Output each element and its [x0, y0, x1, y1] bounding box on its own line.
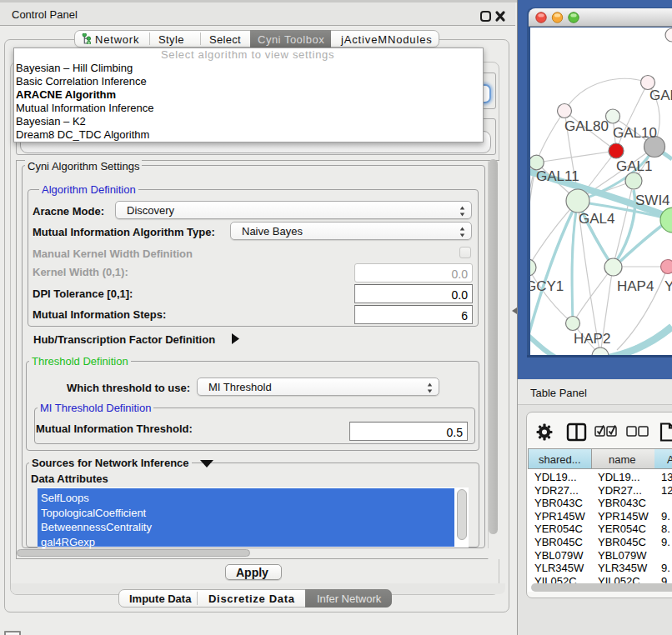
svg-text:GAL7: GAL7 [649, 88, 672, 103]
svg-text:HAP2: HAP2 [574, 331, 610, 347]
svg-text:GAL10: GAL10 [613, 125, 657, 141]
svg-text:GAL4: GAL4 [579, 211, 614, 227]
svg-text:HAP4: HAP4 [617, 278, 654, 294]
svg-text:GAL11: GAL11 [536, 168, 579, 184]
svg-text:Y: Y [664, 278, 672, 294]
svg-text:SWI4: SWI4 [635, 192, 670, 208]
svg-text:GAL80: GAL80 [564, 118, 609, 134]
svg-text:GCY1: GCY1 [530, 278, 564, 294]
svg-text:GAL1: GAL1 [616, 158, 652, 174]
